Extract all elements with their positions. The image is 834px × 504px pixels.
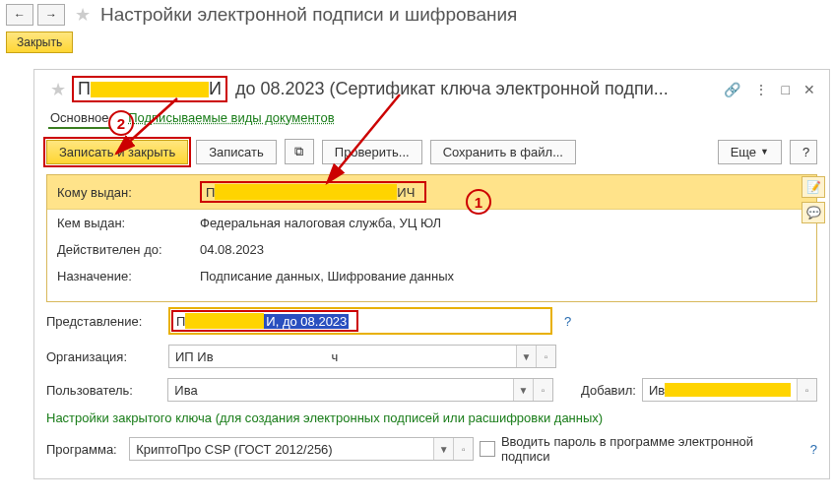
title-prefix: П (78, 79, 91, 99)
nav-forward-button[interactable]: → (37, 4, 65, 26)
page-title: Настройки электронной подписи и шифрован… (100, 4, 517, 26)
dialog-star-icon[interactable]: ★ (50, 79, 66, 100)
certificate-dialog: ★ П И до 08.2023 (Сертификат ключа элект… (33, 69, 830, 479)
dropdown-icon[interactable]: ▼ (513, 379, 533, 401)
dialog-title: П И до 08.2023 (Сертификат ключа электро… (72, 76, 724, 102)
redacted-block (665, 383, 791, 397)
program-field[interactable]: КриптоПро CSP (ГОСТ 2012/256) ▼ ▫ (129, 437, 474, 461)
nav-back-button[interactable]: ← (6, 4, 33, 26)
favorite-star-icon[interactable]: ★ (75, 4, 91, 26)
title-rest: до 08.2023 (Сертификат ключа электронной… (235, 79, 669, 99)
organization-field[interactable]: ИП Ив ч ▼ ▫ (168, 345, 556, 368)
issued-to-label: Кому выдан: (57, 185, 200, 200)
user-field[interactable]: Ива ▼ ▫ (167, 378, 553, 402)
save-and-close-button[interactable]: Записать и закрыть (46, 140, 188, 164)
dropdown-icon[interactable]: ▼ (516, 346, 536, 367)
issued-to-value: П ИЧ (200, 181, 426, 203)
help-icon[interactable]: ? (810, 442, 817, 457)
chevron-down-icon: ▼ (760, 147, 769, 157)
help-button[interactable]: ? (790, 140, 817, 164)
valid-until-value: 04.08.2023 (200, 242, 806, 257)
chat-icon[interactable]: 💬 (802, 202, 825, 223)
redacted-block (215, 184, 397, 200)
check-button[interactable]: Проверить... (322, 140, 422, 164)
password-checkbox[interactable] (480, 441, 495, 457)
valid-until-label: Действителен до: (57, 242, 200, 257)
tab-main[interactable]: Основное (48, 108, 111, 129)
copy-icon-button[interactable]: ⧉ (285, 139, 314, 164)
organization-label: Организация: (46, 349, 162, 364)
purpose-value: Подписание данных, Шифрование данных (200, 269, 806, 284)
maximize-icon[interactable]: □ (782, 82, 790, 97)
save-button[interactable]: Записать (196, 140, 277, 164)
kebab-icon[interactable]: ⋮ (754, 82, 768, 97)
link-icon[interactable]: 🔗 (724, 82, 740, 97)
added-by-field[interactable]: Ив ▫ (642, 378, 817, 402)
redacted-block (91, 82, 209, 97)
more-button[interactable]: Еще ▼ (718, 140, 782, 164)
issued-by-value: Федеральная налоговая служба, УЦ ЮЛ (200, 216, 806, 230)
note-icon[interactable]: 📝 (802, 176, 825, 198)
dropdown-icon[interactable]: ▼ (433, 438, 453, 460)
private-key-settings-link[interactable]: Настройки закрытого ключа (для создания … (34, 407, 829, 429)
password-checkbox-label: Вводить пароль в программе электронной п… (501, 434, 799, 464)
user-label: Пользователь: (46, 383, 161, 398)
issued-by-label: Кем выдан: (57, 216, 200, 230)
title-suffix: И (209, 79, 222, 99)
added-by-label: Добавил: (581, 383, 636, 398)
close-icon[interactable]: ✕ (803, 82, 815, 97)
representation-input[interactable]: П И, до 08.2023 (171, 310, 358, 332)
tab-signed-docs[interactable]: Подписываемые виды документов (126, 108, 336, 127)
open-icon[interactable]: ▫ (797, 379, 816, 401)
purpose-label: Назначение: (57, 269, 200, 284)
help-icon[interactable]: ? (564, 314, 571, 329)
representation-label: Представление: (46, 314, 162, 329)
close-button[interactable]: Закрыть (6, 32, 73, 53)
program-label: Программа: (46, 442, 123, 457)
redacted-block (185, 313, 264, 329)
open-icon[interactable]: ▫ (533, 379, 552, 401)
save-to-file-button[interactable]: Сохранить в файл... (430, 140, 576, 164)
open-icon[interactable]: ▫ (453, 438, 473, 460)
open-icon[interactable]: ▫ (536, 346, 555, 367)
cert-info-block: Кому выдан: П ИЧ Кем выдан: Федеральная … (46, 174, 817, 302)
